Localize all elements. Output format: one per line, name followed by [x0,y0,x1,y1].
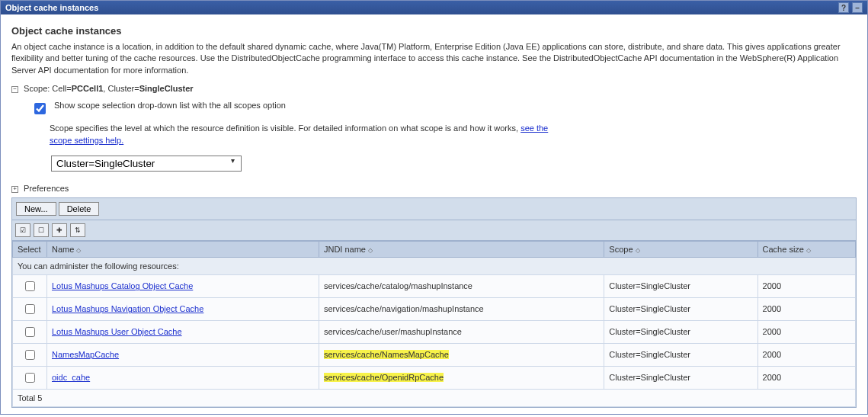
title-bar: Object cache instances ? – [1,1,867,14]
row-scope: Cluster=SingleCluster [604,297,757,320]
table-header-row: Select Name◇ JNDI name◇ Scope◇ Cache siz… [13,241,856,257]
page-heading: Object cache instances [11,25,857,37]
delete-button[interactable]: Delete [59,202,100,216]
deselect-all-icon[interactable]: ☐ [34,223,49,237]
table-row: Lotus Mashups Navigation Object Cacheser… [13,297,856,320]
row-checkbox[interactable] [25,304,35,314]
row-checkbox[interactable] [25,281,35,291]
expand-preferences-icon[interactable]: + [11,186,18,193]
row-name-link[interactable]: Lotus Mashups Catalog Object Cache [52,281,193,290]
col-jndi[interactable]: JNDI name◇ [319,241,604,257]
row-size: 2000 [757,366,855,389]
row-scope: Cluster=SingleCluster [604,366,757,389]
sort-icon: ◇ [806,247,811,254]
table-row: NamesMapCacheservices/cache/NamesMapCach… [13,343,856,366]
scope-help: Scope specifies the level at which the r… [50,123,568,146]
action-toolbar: New... Delete [12,198,856,220]
row-name-link[interactable]: NamesMapCache [52,350,119,359]
col-size[interactable]: Cache size◇ [757,241,855,257]
preferences-label: Preferences [24,184,69,193]
row-jndi: services/cache/OpenidRpCache [319,366,604,389]
row-scope: Cluster=SingleCluster [604,343,757,366]
row-jndi: services/cache/user/mashupInstance [319,320,604,343]
row-size: 2000 [757,320,855,343]
row-scope: Cluster=SingleCluster [604,274,757,297]
row-name-link[interactable]: Lotus Mashups Navigation Object Cache [52,304,203,313]
table-footer: Total 5 [13,389,856,406]
col-scope[interactable]: Scope◇ [604,241,757,257]
page-description: An object cache instance is a location, … [11,41,857,76]
subhead-text: You can administer the following resourc… [13,257,856,274]
window-title: Object cache instances [5,3,98,12]
row-size: 2000 [757,297,855,320]
row-scope: Cluster=SingleCluster [604,320,757,343]
table-row: oidc_caheservices/cache/OpenidRpCacheClu… [13,366,856,389]
table-row: Lotus Mashups Catalog Object Cacheservic… [13,274,856,297]
resources-table: Select Name◇ JNDI name◇ Scope◇ Cache siz… [12,241,856,407]
row-jndi: services/cache/navigation/mashupInstance [319,297,604,320]
table-container: New... Delete ☑ ☐ ✚ ⇅ Select Name◇ JNDI … [11,197,857,408]
table-subhead: You can administer the following resourc… [13,257,856,274]
sort-icon: ◇ [76,247,81,254]
row-size: 2000 [757,274,855,297]
scope-block: Show scope selection drop-down list with… [31,101,857,173]
col-select: Select [13,241,47,257]
sort-icon: ◇ [636,247,640,254]
scope-line: − Scope: Cell=PCCell1, Cluster=SingleClu… [11,84,857,93]
row-jndi: services/cache/catalog/mashupInstance [319,274,604,297]
row-name-link[interactable]: oidc_cahe [52,373,90,382]
scope-select[interactable]: Cluster=SingleCluster [51,156,242,172]
row-checkbox[interactable] [25,350,35,360]
row-checkbox[interactable] [25,373,35,383]
row-jndi: services/cache/NamesMapCache [319,343,604,366]
main-panel: Object cache instances ? – Object cache … [0,0,868,415]
show-scope-checkbox[interactable] [34,103,46,114]
scope-cluster: SingleCluster [139,84,194,93]
row-name-link[interactable]: Lotus Mashups User Object Cache [52,327,182,336]
table-row: Lotus Mashups User Object Cacheservices/… [13,320,856,343]
preferences-row: + Preferences [11,184,857,193]
scope-cell: PCCell1 [72,84,104,93]
footer-text: Total 5 [13,389,856,406]
new-button[interactable]: New... [16,202,56,216]
scope-help-text: Scope specifies the level at which the r… [50,123,520,133]
filter-toolbar: ☑ ☐ ✚ ⇅ [12,220,856,241]
col-name[interactable]: Name◇ [47,241,319,257]
collapse-scope-icon[interactable]: − [11,86,18,93]
row-size: 2000 [757,343,855,366]
clear-filter-icon[interactable]: ⇅ [70,223,85,237]
select-all-icon[interactable]: ☑ [15,223,30,237]
scope-cluster-label: , Cluster= [103,84,139,93]
content-area: Object cache instances An object cache i… [1,14,867,414]
show-scope-label: Show scope selection drop-down list with… [54,101,286,110]
sort-icon: ◇ [368,247,373,254]
minimize-icon[interactable]: – [852,2,863,13]
row-checkbox[interactable] [25,327,35,337]
help-icon[interactable]: ? [838,2,849,13]
scope-prefix: Scope: Cell= [24,84,72,93]
filter-icon[interactable]: ✚ [52,223,67,237]
